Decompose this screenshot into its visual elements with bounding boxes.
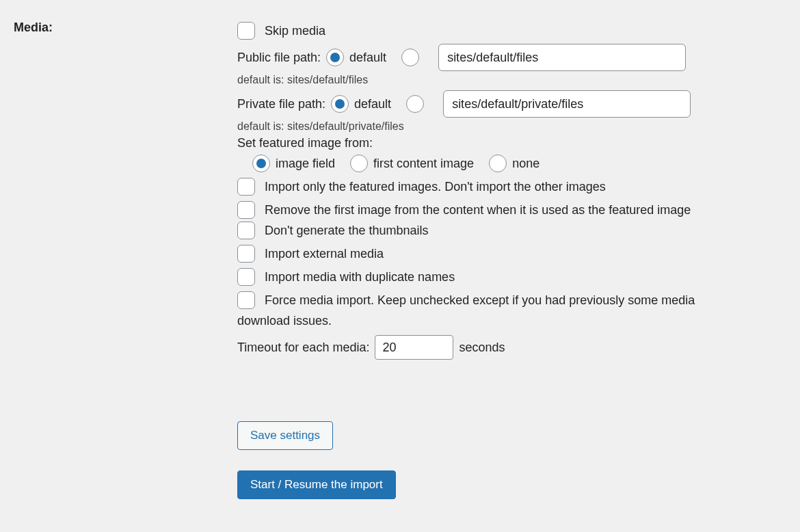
public-path-radio-custom[interactable] xyxy=(401,49,419,66)
private-path-radio-default-label: default xyxy=(354,94,391,114)
skip-media-checkbox[interactable] xyxy=(237,22,255,40)
featured-radio-image-field[interactable] xyxy=(252,155,270,172)
featured-radio-first-content[interactable] xyxy=(350,155,368,172)
private-path-radio-custom[interactable] xyxy=(406,95,424,113)
section-label: Media: xyxy=(14,21,237,499)
external-checkbox[interactable] xyxy=(237,245,255,263)
featured-radio-none[interactable] xyxy=(489,155,507,172)
public-path-input[interactable] xyxy=(438,44,686,71)
timeout-unit: seconds xyxy=(459,337,505,358)
private-path-hint: default is: sites/default/private/files xyxy=(237,120,732,133)
private-path-radio-default[interactable] xyxy=(331,95,349,113)
external-label: Import external media xyxy=(265,243,384,264)
featured-radio-first-content-label: first content image xyxy=(373,153,474,174)
public-path-hint: default is: sites/default/files xyxy=(237,74,732,86)
force-checkbox[interactable] xyxy=(237,291,255,309)
save-settings-button[interactable]: Save settings xyxy=(237,421,333,450)
no-thumbs-label: Don't generate the thumbnails xyxy=(265,220,429,241)
private-path-input[interactable] xyxy=(443,90,691,118)
featured-radio-image-field-label: image field xyxy=(276,153,335,174)
timeout-label: Timeout for each media: xyxy=(237,337,369,358)
remove-first-label: Remove the first image from the content … xyxy=(265,203,691,217)
duplicate-label: Import media with duplicate names xyxy=(265,267,455,287)
featured-radio-none-label: none xyxy=(512,153,539,174)
private-path-label: Private file path: xyxy=(237,94,325,114)
featured-label: Set featured image from: xyxy=(237,133,732,153)
timeout-input[interactable] xyxy=(375,335,453,360)
skip-media-label: Skip media xyxy=(265,21,325,41)
duplicate-checkbox[interactable] xyxy=(237,268,255,286)
only-featured-label: Import only the featured images. Don't i… xyxy=(265,176,606,197)
start-import-button[interactable]: Start / Resume the import xyxy=(237,470,396,499)
public-path-radio-default[interactable] xyxy=(326,49,344,66)
no-thumbs-checkbox[interactable] xyxy=(237,222,255,239)
public-path-radio-default-label: default xyxy=(349,47,386,68)
only-featured-checkbox[interactable] xyxy=(237,178,255,196)
force-label: Force media import. Keep unchecked excep… xyxy=(237,293,695,328)
remove-first-checkbox[interactable] xyxy=(237,201,255,219)
public-path-label: Public file path: xyxy=(237,47,321,68)
